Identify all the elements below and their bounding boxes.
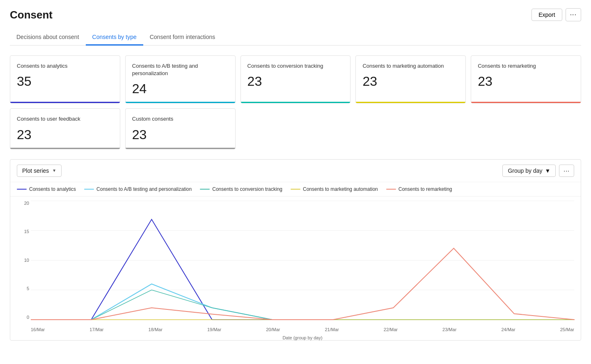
export-button[interactable]: Export	[531, 9, 562, 21]
plot-series-label: Plot series	[22, 167, 49, 174]
y-axis: 20 15 10 5 0	[17, 201, 29, 320]
legend-conversion: Consents to conversion tracking	[200, 186, 282, 192]
metric-ab-testing: Consents to A/B testing and personalizat…	[125, 55, 236, 103]
y-label-10: 10	[17, 258, 29, 263]
legend-ab-testing-label: Consents to A/B testing and personalizat…	[96, 186, 192, 192]
chart-area: 20 15 10 5 0	[10, 197, 581, 340]
metrics-row-1: Consents to analytics 35 Consents to A/B…	[10, 55, 581, 103]
legend-marketing-label: Consents to marketing automation	[303, 186, 378, 192]
metric-marketing-label: Consents to marketing automation	[362, 62, 459, 70]
chart-section: Plot series ▼ Group by day ▼ ··· Consent…	[10, 159, 581, 341]
legend-analytics-line	[17, 189, 27, 190]
chart-svg	[31, 201, 574, 320]
metric-analytics-label: Consents to analytics	[17, 62, 113, 70]
metric-feedback: Consents to user feedback 23	[10, 108, 120, 149]
metric-conversion-value: 23	[247, 74, 344, 89]
chart-legend: Consents to analytics Consents to A/B te…	[10, 182, 581, 197]
chart-right-controls: Group by day ▼ ···	[502, 165, 574, 177]
x-label-16mar: 16/Mar	[31, 327, 45, 332]
tab-decisions[interactable]: Decisions about consent	[10, 30, 86, 46]
metrics-row-2: Consents to user feedback 23 Custom cons…	[10, 108, 581, 149]
select-arrow-icon: ▼	[52, 168, 56, 173]
x-label-18mar: 18/Mar	[149, 327, 163, 332]
metric-custom-value: 23	[132, 127, 229, 142]
tabs-nav: Decisions about consent Consents by type…	[10, 30, 581, 46]
x-axis-title: Date (group by day)	[282, 335, 322, 340]
metric-custom: Custom consents 23	[125, 108, 236, 149]
legend-remarketing-label: Consents to remarketing	[399, 186, 452, 192]
page-title: Consent	[10, 9, 53, 21]
legend-analytics: Consents to analytics	[17, 186, 76, 192]
metric-feedback-value: 23	[17, 127, 113, 142]
legend-analytics-label: Consents to analytics	[29, 186, 76, 192]
more-options-button[interactable]: ···	[566, 8, 581, 21]
legend-conversion-label: Consents to conversion tracking	[212, 186, 282, 192]
metric-analytics: Consents to analytics 35	[10, 55, 120, 103]
x-axis-labels: 16/Mar 17/Mar 18/Mar 19/Mar 20/Mar 21/Ma…	[31, 327, 574, 332]
metric-conversion: Consents to conversion tracking 23	[241, 55, 351, 103]
metric-marketing: Consents to marketing automation 23	[355, 55, 466, 103]
chart-more-button[interactable]: ···	[559, 165, 574, 177]
x-label-25mar: 25/Mar	[560, 327, 574, 332]
legend-conversion-line	[200, 189, 210, 190]
x-label-17mar: 17/Mar	[89, 327, 103, 332]
x-label-19mar: 19/Mar	[207, 327, 221, 332]
chart-body: 16/Mar 17/Mar 18/Mar 19/Mar 20/Mar 21/Ma…	[31, 201, 574, 320]
metric-analytics-value: 35	[17, 74, 113, 89]
group-by-button[interactable]: Group by day ▼	[502, 165, 556, 177]
tab-interactions[interactable]: Consent form interactions	[143, 30, 222, 46]
metric-remarketing-value: 23	[478, 74, 574, 89]
header-actions: Export ···	[531, 8, 581, 21]
metric-ab-testing-value: 24	[132, 81, 229, 96]
metric-remarketing: Consents to remarketing 23	[471, 55, 581, 103]
legend-marketing: Consents to marketing automation	[291, 186, 378, 192]
y-label-15: 15	[17, 229, 29, 234]
metric-marketing-value: 23	[362, 74, 459, 89]
metric-remarketing-label: Consents to remarketing	[478, 62, 574, 70]
y-label-5: 5	[17, 286, 29, 291]
x-label-24mar: 24/Mar	[501, 327, 515, 332]
line-ab-testing	[31, 284, 575, 320]
plot-series-select[interactable]: Plot series ▼	[17, 165, 62, 177]
metric-custom-label: Custom consents	[132, 115, 229, 123]
group-by-label: Group by day	[508, 167, 542, 174]
x-label-20mar: 20/Mar	[266, 327, 280, 332]
metric-feedback-label: Consents to user feedback	[17, 115, 113, 123]
y-label-20: 20	[17, 201, 29, 206]
legend-ab-testing: Consents to A/B testing and personalizat…	[84, 186, 192, 192]
page-header: Consent Export ···	[10, 8, 581, 21]
legend-remarketing: Consents to remarketing	[386, 186, 452, 192]
x-label-23mar: 23/Mar	[442, 327, 456, 332]
tab-by-type[interactable]: Consents by type	[86, 30, 143, 46]
legend-marketing-line	[291, 189, 300, 190]
metric-ab-testing-label: Consents to A/B testing and personalizat…	[132, 62, 229, 77]
group-by-arrow-icon: ▼	[545, 167, 550, 174]
x-label-21mar: 21/Mar	[325, 327, 339, 332]
y-label-0: 0	[17, 315, 29, 320]
x-label-22mar: 22/Mar	[384, 327, 398, 332]
legend-remarketing-line	[386, 189, 396, 190]
metric-conversion-label: Consents to conversion tracking	[247, 62, 344, 70]
page-container: Consent Export ··· Decisions about conse…	[0, 0, 591, 349]
line-analytics	[31, 219, 575, 319]
chart-toolbar: Plot series ▼ Group by day ▼ ···	[10, 160, 581, 182]
legend-ab-testing-line	[84, 189, 94, 190]
